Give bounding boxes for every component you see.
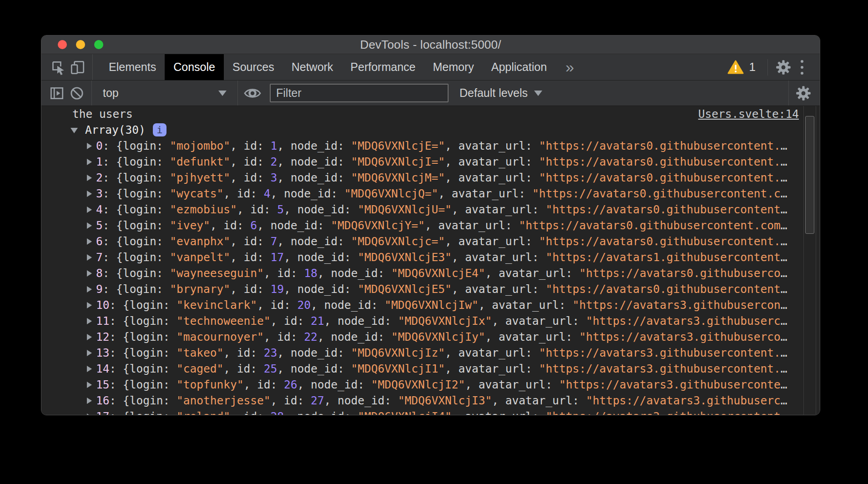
expand-arrow-icon[interactable] bbox=[87, 175, 92, 181]
inspect-cursor-icon bbox=[49, 59, 66, 76]
expand-arrow-icon[interactable] bbox=[87, 318, 92, 324]
login-value: "technoweenie" bbox=[177, 314, 271, 328]
tab-elements[interactable]: Elements bbox=[100, 54, 165, 80]
object-preview-text: , node_id: bbox=[271, 187, 344, 200]
tab-network[interactable]: Network bbox=[283, 54, 342, 80]
avatar-url-value: "https://avatars0.githubusercontent. bbox=[539, 139, 781, 152]
array-item-row[interactable]: 6: {login: "evanphx", id: 7, node_id: "M… bbox=[41, 233, 820, 249]
array-item-row[interactable]: 10: {login: "kevinclark", id: 20, node_i… bbox=[41, 297, 820, 313]
clear-console-icon bbox=[68, 85, 86, 102]
divider bbox=[767, 59, 768, 76]
array-item-row[interactable]: 2: {login: "pjhyett", id: 3, node_id: "M… bbox=[41, 170, 820, 186]
minimize-window-button[interactable] bbox=[76, 40, 85, 49]
chevron-down-icon bbox=[534, 91, 542, 96]
expand-arrow-icon[interactable] bbox=[87, 238, 92, 245]
truncation-ellipsis: … bbox=[781, 282, 787, 296]
object-preview-text: : {login: bbox=[103, 187, 170, 200]
array-item-row[interactable]: 5: {login: "ivey", id: 6, node_id: "MDQ6… bbox=[41, 217, 820, 233]
truncation-ellipsis: … bbox=[781, 362, 787, 375]
object-preview-text: , avatar_url: bbox=[465, 378, 559, 391]
object-preview-text: , avatar_url: bbox=[452, 251, 546, 264]
avatar-url-value: "https://avatars0.githubusercontent. bbox=[539, 235, 781, 248]
settings-button[interactable] bbox=[773, 59, 793, 76]
warning-triangle-icon bbox=[727, 60, 744, 75]
node-id-value: "MDQ6VXNlcjE3" bbox=[358, 251, 452, 264]
truncation-ellipsis: … bbox=[781, 298, 787, 312]
id-value: 2 bbox=[271, 155, 278, 168]
tab-console[interactable]: Console bbox=[165, 54, 224, 80]
close-window-button[interactable] bbox=[58, 40, 67, 49]
eye-icon bbox=[243, 85, 262, 102]
node-id-value: "MDQ6VXNlcjIw" bbox=[384, 298, 479, 312]
id-value: 19 bbox=[271, 282, 284, 296]
expand-arrow-icon[interactable] bbox=[87, 159, 92, 165]
expand-arrow-icon[interactable] bbox=[87, 398, 92, 404]
array-item-row[interactable]: 17: {login: "roland", id: 28, node_id: "… bbox=[41, 408, 820, 415]
expand-arrow-icon[interactable] bbox=[87, 334, 92, 340]
expand-arrow-icon[interactable] bbox=[87, 413, 92, 415]
id-value: 17 bbox=[271, 251, 284, 264]
expand-arrow-icon[interactable] bbox=[87, 207, 92, 213]
array-item-row[interactable]: 9: {login: "brynary", id: 19, node_id: "… bbox=[41, 281, 820, 297]
expand-arrow-icon[interactable] bbox=[87, 191, 92, 197]
tab-memory[interactable]: Memory bbox=[424, 54, 482, 80]
array-item-row[interactable]: 0: {login: "mojombo", id: 1, node_id: "M… bbox=[41, 138, 820, 154]
expand-arrow-icon[interactable] bbox=[87, 382, 92, 388]
array-item-row[interactable]: 3: {login: "wycats", id: 4, node_id: "MD… bbox=[41, 186, 820, 202]
customize-devtools-button[interactable] bbox=[793, 60, 811, 75]
array-item-row[interactable]: 16: {login: "anotherjesse", id: 27, node… bbox=[41, 393, 820, 408]
login-value: "caged" bbox=[177, 362, 223, 375]
tab-sources[interactable]: Sources bbox=[224, 54, 283, 80]
node-id-value: "MDQ6VXNlcjI3" bbox=[398, 394, 492, 407]
console-filter-input[interactable] bbox=[270, 84, 449, 102]
object-preview-text: : {login: bbox=[103, 267, 170, 280]
show-console-sidebar-button[interactable] bbox=[47, 85, 67, 102]
source-location-link[interactable]: Users.svelte:14 bbox=[698, 106, 799, 122]
array-item-row[interactable]: 15: {login: "topfunky", id: 26, node_id:… bbox=[41, 377, 820, 393]
toggle-device-toolbar-button[interactable] bbox=[68, 54, 88, 80]
truncation-ellipsis: … bbox=[781, 203, 787, 216]
item-index: 0 bbox=[96, 139, 103, 152]
login-value: "evanphx" bbox=[170, 235, 230, 248]
create-live-expression-button[interactable] bbox=[242, 85, 262, 102]
divider bbox=[237, 81, 238, 106]
array-item-row[interactable]: 7: {login: "vanpelt", id: 17, node_id: "… bbox=[41, 249, 820, 265]
expand-arrow-icon[interactable] bbox=[87, 270, 92, 277]
array-item-row[interactable]: 13: {login: "takeo", id: 23, node_id: "M… bbox=[41, 345, 820, 361]
login-value: "takeo" bbox=[177, 346, 223, 359]
expand-arrow-icon[interactable] bbox=[87, 350, 92, 356]
console-warning-indicator[interactable]: 1 bbox=[721, 60, 762, 75]
array-item-row[interactable]: 4: {login: "ezmobius", id: 5, node_id: "… bbox=[41, 202, 820, 217]
zoom-window-button[interactable] bbox=[94, 40, 103, 49]
console-scrollbar[interactable] bbox=[803, 106, 816, 415]
tab-application[interactable]: Application bbox=[483, 54, 555, 80]
expand-arrow-icon[interactable] bbox=[87, 302, 92, 308]
array-item-row[interactable]: 12: {login: "macournoyer", id: 22, node_… bbox=[41, 329, 820, 345]
expand-arrow-icon[interactable] bbox=[87, 286, 92, 292]
more-tabs-button[interactable]: » bbox=[555, 54, 584, 80]
log-levels-dropdown[interactable]: Default levels bbox=[459, 86, 542, 100]
array-item-row[interactable]: 14: {login: "caged", id: 25, node_id: "M… bbox=[41, 361, 820, 377]
array-item-row[interactable]: 1: {login: "defunkt", id: 2, node_id: "M… bbox=[41, 154, 820, 170]
clear-console-button[interactable] bbox=[67, 85, 87, 102]
scrollbar-thumb[interactable] bbox=[805, 116, 814, 234]
array-header-row[interactable]: Array(30)i bbox=[41, 122, 820, 138]
console-settings-button[interactable] bbox=[793, 85, 813, 102]
collapse-arrow-icon[interactable] bbox=[71, 128, 78, 133]
divider bbox=[788, 81, 789, 106]
node-id-value: "MDQ6VXNlcjM=" bbox=[351, 171, 445, 184]
expand-arrow-icon[interactable] bbox=[87, 222, 92, 229]
array-item-row[interactable]: 8: {login: "wayneeseguin", id: 18, node_… bbox=[41, 265, 820, 281]
id-value: 6 bbox=[250, 219, 257, 232]
info-badge-icon[interactable]: i bbox=[153, 123, 167, 136]
array-item-row[interactable]: 11: {login: "technoweenie", id: 21, node… bbox=[41, 313, 820, 329]
object-preview-text: , avatar_url: bbox=[452, 282, 546, 296]
javascript-context-selector[interactable]: top bbox=[96, 86, 233, 100]
avatar-url-value: "https://avatars3.githubusercon bbox=[572, 298, 780, 312]
tab-performance[interactable]: Performance bbox=[342, 54, 424, 80]
expand-arrow-icon[interactable] bbox=[87, 366, 92, 372]
inspect-element-button[interactable] bbox=[48, 54, 68, 80]
expand-arrow-icon[interactable] bbox=[87, 254, 92, 261]
expand-arrow-icon[interactable] bbox=[87, 143, 92, 149]
object-preview-text: : {login: bbox=[110, 330, 177, 343]
